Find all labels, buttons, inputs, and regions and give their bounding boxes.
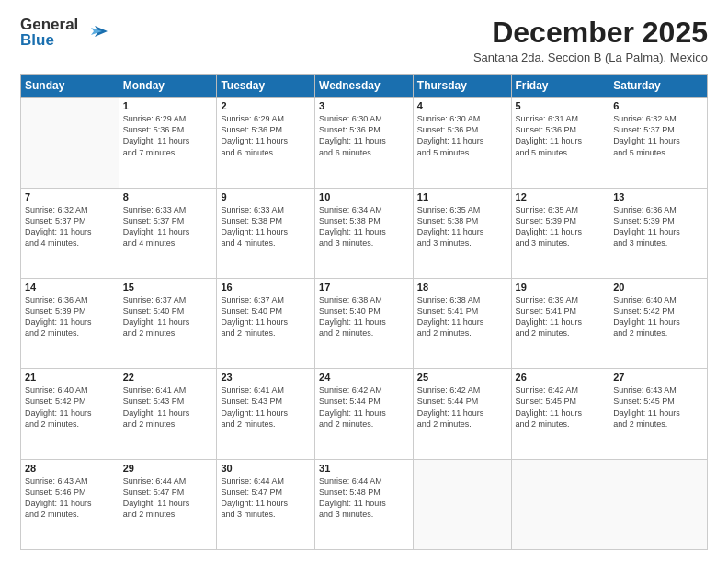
day-info: Sunrise: 6:31 AM Sunset: 5:36 PM Dayligh… (516, 113, 606, 158)
day-number: 9 (221, 191, 311, 202)
day-info: Sunrise: 6:36 AM Sunset: 5:39 PM Dayligh… (613, 204, 703, 249)
day-number: 29 (123, 463, 213, 474)
day-number: 7 (25, 191, 115, 202)
day-number: 27 (613, 372, 703, 383)
day-number: 10 (319, 191, 409, 202)
weekday-wednesday: Wednesday (315, 75, 414, 98)
week-row-1: 1Sunrise: 6:29 AM Sunset: 5:36 PM Daylig… (21, 98, 708, 188)
day-cell: 1Sunrise: 6:29 AM Sunset: 5:36 PM Daylig… (119, 98, 217, 188)
day-info: Sunrise: 6:34 AM Sunset: 5:38 PM Dayligh… (319, 204, 409, 249)
day-info: Sunrise: 6:44 AM Sunset: 5:47 PM Dayligh… (221, 476, 311, 521)
day-info: Sunrise: 6:38 AM Sunset: 5:40 PM Dayligh… (319, 294, 409, 339)
day-cell: 13Sunrise: 6:36 AM Sunset: 5:39 PM Dayli… (609, 188, 708, 278)
day-number: 16 (221, 282, 311, 293)
day-number: 14 (25, 282, 115, 293)
day-number: 15 (123, 282, 213, 293)
day-info: Sunrise: 6:44 AM Sunset: 5:47 PM Dayligh… (123, 476, 213, 521)
day-number: 25 (417, 372, 507, 383)
logo: General Blue (20, 17, 109, 48)
day-cell (21, 98, 119, 188)
day-info: Sunrise: 6:40 AM Sunset: 5:42 PM Dayligh… (25, 385, 115, 430)
day-cell: 10Sunrise: 6:34 AM Sunset: 5:38 PM Dayli… (315, 188, 414, 278)
day-info: Sunrise: 6:43 AM Sunset: 5:46 PM Dayligh… (25, 476, 115, 521)
day-info: Sunrise: 6:37 AM Sunset: 5:40 PM Dayligh… (221, 294, 311, 339)
day-cell: 11Sunrise: 6:35 AM Sunset: 5:38 PM Dayli… (413, 188, 511, 278)
day-info: Sunrise: 6:29 AM Sunset: 5:36 PM Dayligh… (123, 113, 213, 158)
day-number: 1 (123, 100, 213, 111)
day-cell: 3Sunrise: 6:30 AM Sunset: 5:36 PM Daylig… (315, 98, 414, 188)
day-cell: 25Sunrise: 6:42 AM Sunset: 5:44 PM Dayli… (413, 369, 511, 459)
day-number: 19 (516, 282, 606, 293)
day-cell: 30Sunrise: 6:44 AM Sunset: 5:47 PM Dayli… (217, 459, 315, 549)
day-number: 30 (221, 463, 311, 474)
day-cell: 8Sunrise: 6:33 AM Sunset: 5:37 PM Daylig… (119, 188, 217, 278)
day-cell: 5Sunrise: 6:31 AM Sunset: 5:36 PM Daylig… (511, 98, 609, 188)
day-cell (413, 459, 511, 549)
day-cell: 19Sunrise: 6:39 AM Sunset: 5:41 PM Dayli… (511, 278, 609, 368)
weekday-sunday: Sunday (21, 75, 119, 98)
day-cell: 26Sunrise: 6:42 AM Sunset: 5:45 PM Dayli… (511, 369, 609, 459)
day-info: Sunrise: 6:36 AM Sunset: 5:39 PM Dayligh… (25, 294, 115, 339)
day-cell: 2Sunrise: 6:29 AM Sunset: 5:36 PM Daylig… (217, 98, 315, 188)
weekday-header-row: SundayMondayTuesdayWednesdayThursdayFrid… (21, 75, 708, 98)
day-number: 31 (319, 463, 409, 474)
day-number: 5 (516, 100, 606, 111)
day-number: 24 (319, 372, 409, 383)
day-info: Sunrise: 6:35 AM Sunset: 5:39 PM Dayligh… (516, 204, 606, 249)
day-info: Sunrise: 6:30 AM Sunset: 5:36 PM Dayligh… (417, 113, 507, 158)
day-number: 23 (221, 372, 311, 383)
day-cell: 22Sunrise: 6:41 AM Sunset: 5:43 PM Dayli… (119, 369, 217, 459)
day-info: Sunrise: 6:42 AM Sunset: 5:44 PM Dayligh… (319, 385, 409, 430)
week-row-2: 7Sunrise: 6:32 AM Sunset: 5:37 PM Daylig… (21, 188, 708, 278)
day-cell: 16Sunrise: 6:37 AM Sunset: 5:40 PM Dayli… (217, 278, 315, 368)
week-row-3: 14Sunrise: 6:36 AM Sunset: 5:39 PM Dayli… (21, 278, 708, 368)
day-info: Sunrise: 6:32 AM Sunset: 5:37 PM Dayligh… (613, 113, 703, 158)
day-cell: 4Sunrise: 6:30 AM Sunset: 5:36 PM Daylig… (413, 98, 511, 188)
day-info: Sunrise: 6:41 AM Sunset: 5:43 PM Dayligh… (221, 385, 311, 430)
logo-blue: Blue (20, 32, 78, 48)
weekday-thursday: Thursday (413, 75, 511, 98)
day-cell: 29Sunrise: 6:44 AM Sunset: 5:47 PM Dayli… (119, 459, 217, 549)
day-number: 12 (516, 191, 606, 202)
day-info: Sunrise: 6:42 AM Sunset: 5:44 PM Dayligh… (417, 385, 507, 430)
day-cell: 7Sunrise: 6:32 AM Sunset: 5:37 PM Daylig… (21, 188, 119, 278)
week-row-5: 28Sunrise: 6:43 AM Sunset: 5:46 PM Dayli… (21, 459, 708, 549)
day-number: 3 (319, 100, 409, 111)
day-cell: 24Sunrise: 6:42 AM Sunset: 5:44 PM Dayli… (315, 369, 414, 459)
day-cell: 28Sunrise: 6:43 AM Sunset: 5:46 PM Dayli… (21, 459, 119, 549)
day-cell: 6Sunrise: 6:32 AM Sunset: 5:37 PM Daylig… (609, 98, 708, 188)
day-number: 22 (123, 372, 213, 383)
day-cell: 12Sunrise: 6:35 AM Sunset: 5:39 PM Dayli… (511, 188, 609, 278)
day-info: Sunrise: 6:44 AM Sunset: 5:48 PM Dayligh… (319, 476, 409, 521)
weekday-saturday: Saturday (609, 75, 708, 98)
day-info: Sunrise: 6:39 AM Sunset: 5:41 PM Dayligh… (516, 294, 606, 339)
day-number: 17 (319, 282, 409, 293)
subtitle: Santana 2da. Seccion B (La Palma), Mexic… (473, 51, 708, 64)
month-title: December 2025 (473, 17, 708, 49)
day-info: Sunrise: 6:43 AM Sunset: 5:45 PM Dayligh… (613, 385, 703, 430)
day-number: 21 (25, 372, 115, 383)
day-cell: 15Sunrise: 6:37 AM Sunset: 5:40 PM Dayli… (119, 278, 217, 368)
day-number: 13 (613, 191, 703, 202)
day-cell: 27Sunrise: 6:43 AM Sunset: 5:45 PM Dayli… (609, 369, 708, 459)
day-number: 4 (417, 100, 507, 111)
day-number: 20 (613, 282, 703, 293)
day-number: 2 (221, 100, 311, 111)
logo-general: General (20, 17, 78, 32)
day-info: Sunrise: 6:29 AM Sunset: 5:36 PM Dayligh… (221, 113, 311, 158)
day-info: Sunrise: 6:33 AM Sunset: 5:38 PM Dayligh… (221, 204, 311, 249)
day-cell: 31Sunrise: 6:44 AM Sunset: 5:48 PM Dayli… (315, 459, 414, 549)
day-info: Sunrise: 6:33 AM Sunset: 5:37 PM Dayligh… (123, 204, 213, 249)
weekday-tuesday: Tuesday (217, 75, 315, 98)
weekday-friday: Friday (511, 75, 609, 98)
week-row-4: 21Sunrise: 6:40 AM Sunset: 5:42 PM Dayli… (21, 369, 708, 459)
day-info: Sunrise: 6:35 AM Sunset: 5:38 PM Dayligh… (417, 204, 507, 249)
header: General Blue December 2025 Santana 2da. … (20, 17, 708, 64)
day-number: 11 (417, 191, 507, 202)
day-number: 6 (613, 100, 703, 111)
day-info: Sunrise: 6:32 AM Sunset: 5:37 PM Dayligh… (25, 204, 115, 249)
day-info: Sunrise: 6:42 AM Sunset: 5:45 PM Dayligh… (516, 385, 606, 430)
day-cell: 17Sunrise: 6:38 AM Sunset: 5:40 PM Dayli… (315, 278, 414, 368)
day-number: 28 (25, 463, 115, 474)
day-cell: 20Sunrise: 6:40 AM Sunset: 5:42 PM Dayli… (609, 278, 708, 368)
